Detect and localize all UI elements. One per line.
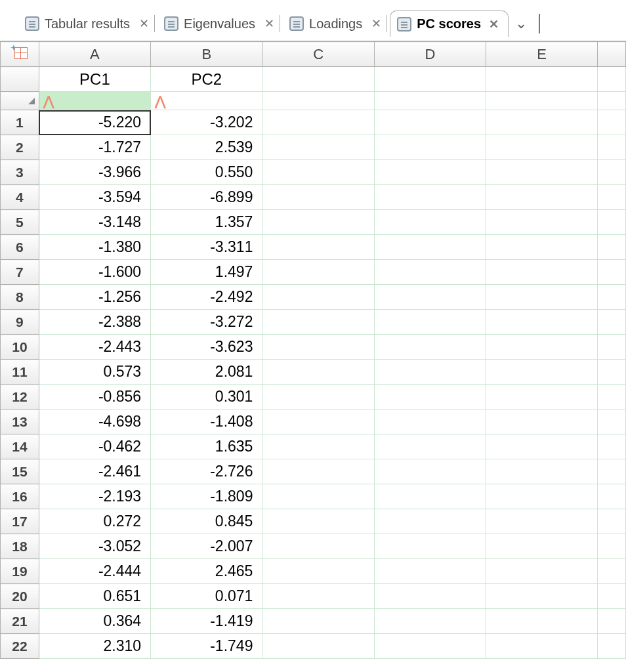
cell[interactable]	[374, 260, 486, 285]
cell[interactable]	[374, 484, 486, 509]
cell[interactable]: 0.651	[39, 584, 150, 609]
cell[interactable]: -0.856	[39, 385, 150, 410]
cell[interactable]	[598, 584, 626, 609]
cell[interactable]: -3.202	[151, 110, 262, 135]
cell[interactable]: -2.461	[39, 459, 150, 484]
cell[interactable]: -2.444	[39, 559, 150, 584]
column-name-a[interactable]: PC1	[39, 67, 150, 92]
cell[interactable]	[486, 609, 598, 634]
cell[interactable]	[262, 584, 374, 609]
cell[interactable]	[262, 410, 374, 434]
cell[interactable]	[486, 360, 598, 385]
cell[interactable]	[598, 285, 626, 310]
cell[interactable]	[374, 385, 486, 410]
cell[interactable]	[262, 310, 374, 335]
row-header[interactable]: 10	[1, 335, 39, 360]
row-header[interactable]: 6	[1, 235, 39, 260]
cell[interactable]	[262, 185, 374, 210]
cell[interactable]	[374, 360, 486, 385]
cell[interactable]	[486, 160, 598, 185]
row-header[interactable]: 8	[1, 285, 39, 310]
cell[interactable]	[262, 459, 374, 484]
cell[interactable]	[262, 509, 374, 534]
column-type-tail[interactable]	[598, 92, 626, 110]
row-header[interactable]: 1	[1, 110, 39, 135]
cell[interactable]: -3.594	[39, 185, 150, 210]
cell[interactable]	[262, 285, 374, 310]
cell[interactable]	[262, 434, 374, 459]
cell[interactable]: -5.220	[39, 110, 150, 135]
cell[interactable]: -2.492	[151, 285, 262, 310]
cell[interactable]: 0.845	[151, 509, 262, 534]
tab-overflow-chevron-icon[interactable]: ⌄	[509, 15, 533, 32]
cell[interactable]	[486, 185, 598, 210]
close-icon[interactable]: ✕	[136, 16, 152, 31]
cell[interactable]	[486, 135, 598, 160]
cell[interactable]: 2.465	[151, 559, 262, 584]
cell[interactable]	[486, 410, 598, 434]
column-header-e[interactable]: E	[486, 42, 598, 67]
cell[interactable]: 0.573	[39, 360, 150, 385]
cell[interactable]	[598, 534, 626, 559]
cell[interactable]	[486, 634, 598, 659]
cell[interactable]: -1.419	[151, 609, 262, 634]
cell[interactable]	[374, 559, 486, 584]
cell[interactable]	[598, 484, 626, 509]
close-icon[interactable]: ✕	[262, 16, 277, 31]
cell[interactable]: -2.193	[39, 484, 150, 509]
cell[interactable]: -3.052	[39, 534, 150, 559]
cell[interactable]	[486, 210, 598, 235]
cell[interactable]: -2.388	[39, 310, 150, 335]
cell[interactable]	[486, 534, 598, 559]
cell[interactable]	[486, 110, 598, 135]
cell[interactable]	[374, 509, 486, 534]
cell[interactable]	[486, 459, 598, 484]
cell[interactable]	[598, 609, 626, 634]
row-header-triangle[interactable]	[1, 92, 39, 110]
cell[interactable]: -1.727	[39, 135, 150, 160]
cell[interactable]	[374, 135, 486, 160]
cell[interactable]	[262, 210, 374, 235]
cell[interactable]	[486, 434, 598, 459]
cell[interactable]: -1.749	[151, 634, 262, 659]
row-header[interactable]: 9	[1, 310, 39, 335]
tab-eigenvalues[interactable]: Eigenvalues	[157, 10, 262, 37]
cell[interactable]	[262, 634, 374, 659]
cell[interactable]: 1.497	[151, 260, 262, 285]
cell[interactable]: -2.007	[151, 534, 262, 559]
column-name-b[interactable]: PC2	[151, 67, 262, 92]
row-header[interactable]: 17	[1, 509, 39, 534]
row-header[interactable]: 16	[1, 484, 39, 509]
cell[interactable]: -2.726	[151, 459, 262, 484]
row-header[interactable]: 5	[1, 210, 39, 235]
cell[interactable]: -2.443	[39, 335, 150, 360]
cell[interactable]	[486, 559, 598, 584]
column-name-e[interactable]	[486, 67, 598, 92]
cell[interactable]	[486, 310, 598, 335]
close-icon[interactable]: ✕	[369, 16, 384, 31]
cell[interactable]	[374, 609, 486, 634]
column-type-d[interactable]	[374, 92, 486, 110]
cell[interactable]	[374, 459, 486, 484]
cell[interactable]: 0.272	[39, 509, 150, 534]
row-header[interactable]: 13	[1, 410, 39, 434]
cell[interactable]	[598, 110, 626, 135]
cell[interactable]: -3.148	[39, 210, 150, 235]
tab-loadings[interactable]: Loadings	[283, 10, 369, 37]
tab-tabular-results[interactable]: Tabular results	[18, 10, 136, 37]
column-type-e[interactable]	[486, 92, 598, 110]
grid-corner-button[interactable]	[1, 42, 39, 67]
cell[interactable]	[374, 235, 486, 260]
column-name-d[interactable]	[374, 67, 486, 92]
close-icon[interactable]: ✕	[486, 17, 501, 32]
cell[interactable]	[598, 160, 626, 185]
cell[interactable]	[598, 559, 626, 584]
cell[interactable]	[486, 385, 598, 410]
cell[interactable]	[262, 260, 374, 285]
cell[interactable]	[598, 385, 626, 410]
cell[interactable]	[262, 135, 374, 160]
cell[interactable]	[598, 410, 626, 434]
cell[interactable]: -1.408	[151, 410, 262, 434]
row-header[interactable]: 21	[1, 609, 39, 634]
row-header[interactable]: 20	[1, 584, 39, 609]
